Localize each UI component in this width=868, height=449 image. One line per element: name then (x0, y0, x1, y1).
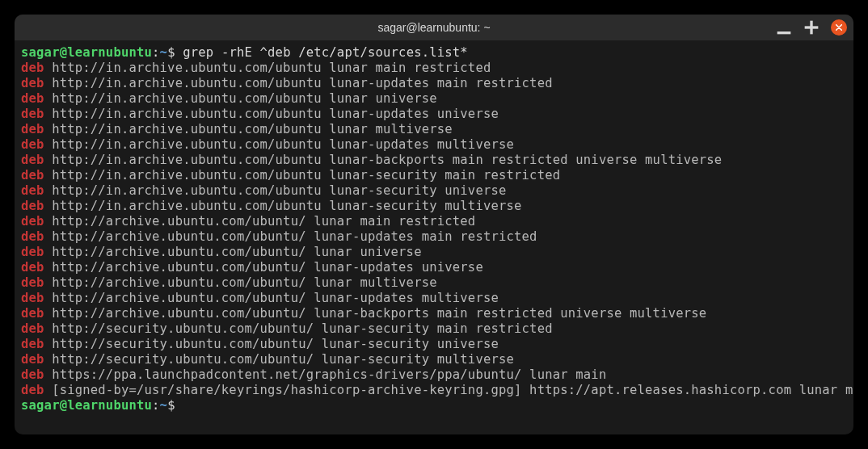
grep-match: deb (21, 137, 44, 152)
output-line: deb http://archive.ubuntu.com/ubuntu/ lu… (21, 306, 847, 321)
output-line: deb http://archive.ubuntu.com/ubuntu/ lu… (21, 275, 847, 291)
output-line: deb http://in.archive.ubuntu.com/ubuntu … (21, 168, 847, 183)
output-line: deb http://in.archive.ubuntu.com/ubuntu … (21, 153, 847, 168)
close-icon (835, 23, 843, 31)
prompt-sep: : (152, 45, 160, 60)
terminal-body[interactable]: sagar@learnubuntu:~$ grep -rhE ^deb /etc… (15, 40, 853, 434)
grep-match: deb (21, 199, 44, 213)
output-text: http://archive.ubuntu.com/ubuntu/ lunar … (44, 245, 422, 259)
grep-match: deb (21, 122, 44, 136)
output-line: deb http://in.archive.ubuntu.com/ubuntu … (21, 122, 847, 137)
grep-match: deb (21, 245, 44, 259)
grep-match: deb (21, 183, 44, 198)
output-line: deb http://security.ubuntu.com/ubuntu/ l… (21, 321, 847, 337)
output-text: http://archive.ubuntu.com/ubuntu/ lunar … (44, 214, 476, 229)
output-text: http://in.archive.ubuntu.com/ubuntu luna… (44, 122, 453, 136)
output-text: http://security.ubuntu.com/ubuntu/ lunar… (44, 352, 514, 367)
output-text: [signed-by=/usr/share/keyrings/hashicorp… (44, 383, 853, 397)
prompt-dollar: $ (167, 398, 183, 413)
prompt-path: ~ (160, 398, 168, 413)
minimize-button[interactable] (776, 19, 792, 36)
output-line: deb [signed-by=/usr/share/keyrings/hashi… (21, 383, 847, 398)
prompt-user-host: sagar@learnubuntu (21, 45, 152, 60)
output-text: http://in.archive.ubuntu.com/ubuntu luna… (44, 168, 561, 183)
output-line: deb http://in.archive.ubuntu.com/ubuntu … (21, 61, 847, 76)
grep-match: deb (21, 153, 44, 167)
maximize-icon (803, 19, 820, 36)
grep-match: deb (21, 321, 44, 336)
output-text: http://in.archive.ubuntu.com/ubuntu luna… (44, 91, 437, 106)
output-line: deb http://archive.ubuntu.com/ubuntu/ lu… (21, 229, 847, 245)
prompt-dollar: $ (167, 45, 183, 60)
output-text: http://archive.ubuntu.com/ubuntu/ lunar-… (44, 306, 707, 321)
grep-match: deb (21, 275, 44, 290)
output-text: http://in.archive.ubuntu.com/ubuntu luna… (44, 183, 507, 198)
output-line: deb http://security.ubuntu.com/ubuntu/ l… (21, 352, 847, 367)
output-line: deb http://in.archive.ubuntu.com/ubuntu … (21, 199, 847, 214)
terminal-window: sagar@learnubuntu: ~ sagar@learnubuntu:~… (15, 15, 853, 434)
output-line: deb http://in.archive.ubuntu.com/ubuntu … (21, 183, 847, 199)
output-line: deb https://ppa.launchpadcontent.net/gra… (21, 367, 847, 383)
output-line: deb http://in.archive.ubuntu.com/ubuntu … (21, 137, 847, 153)
output-line: deb http://archive.ubuntu.com/ubuntu/ lu… (21, 245, 847, 260)
command-text: grep -rhE ^deb /etc/apt/sources.list* (183, 45, 468, 60)
grep-match: deb (21, 91, 44, 106)
grep-match: deb (21, 76, 44, 90)
output-text: http://archive.ubuntu.com/ubuntu/ lunar … (44, 275, 437, 290)
grep-match: deb (21, 214, 44, 229)
prompt-line-2: sagar@learnubuntu:~$ (21, 398, 847, 413)
prompt-user-host: sagar@learnubuntu (21, 398, 152, 413)
output-line: deb http://in.archive.ubuntu.com/ubuntu … (21, 91, 847, 107)
maximize-button[interactable] (803, 19, 820, 36)
output-text: http://in.archive.ubuntu.com/ubuntu luna… (44, 61, 491, 75)
output-text: http://archive.ubuntu.com/ubuntu/ lunar-… (44, 229, 537, 244)
minimize-icon (776, 19, 792, 36)
window-controls (776, 19, 847, 36)
grep-match: deb (21, 107, 44, 121)
output-text: http://in.archive.ubuntu.com/ubuntu luna… (44, 199, 522, 213)
output-text: http://in.archive.ubuntu.com/ubuntu luna… (44, 153, 723, 167)
output-line: deb http://archive.ubuntu.com/ubuntu/ lu… (21, 214, 847, 229)
grep-match: deb (21, 337, 44, 351)
grep-match: deb (21, 306, 44, 321)
grep-match: deb (21, 367, 44, 382)
output-container: deb http://in.archive.ubuntu.com/ubuntu … (21, 61, 847, 398)
output-line: deb http://in.archive.ubuntu.com/ubuntu … (21, 76, 847, 91)
output-text: http://security.ubuntu.com/ubuntu/ lunar… (44, 337, 499, 351)
title-bar: sagar@learnubuntu: ~ (15, 15, 853, 40)
output-line: deb http://archive.ubuntu.com/ubuntu/ lu… (21, 291, 847, 306)
output-text: http://in.archive.ubuntu.com/ubuntu luna… (44, 137, 514, 152)
grep-match: deb (21, 260, 44, 275)
output-text: http://in.archive.ubuntu.com/ubuntu luna… (44, 76, 553, 90)
prompt-path: ~ (160, 45, 168, 60)
output-text: http://archive.ubuntu.com/ubuntu/ lunar-… (44, 291, 499, 305)
output-text: http://in.archive.ubuntu.com/ubuntu luna… (44, 107, 499, 121)
output-line: deb http://archive.ubuntu.com/ubuntu/ lu… (21, 260, 847, 275)
grep-match: deb (21, 383, 44, 397)
svg-rect-0 (777, 31, 791, 34)
prompt-sep: : (152, 398, 160, 413)
output-line: deb http://in.archive.ubuntu.com/ubuntu … (21, 107, 847, 122)
close-button[interactable] (831, 19, 847, 36)
window-title: sagar@learnubuntu: ~ (377, 21, 490, 34)
grep-match: deb (21, 291, 44, 305)
output-line: deb http://security.ubuntu.com/ubuntu/ l… (21, 337, 847, 352)
grep-match: deb (21, 61, 44, 75)
output-text: http://archive.ubuntu.com/ubuntu/ lunar-… (44, 260, 483, 275)
grep-match: deb (21, 168, 44, 183)
output-text: http://security.ubuntu.com/ubuntu/ lunar… (44, 321, 553, 336)
grep-match: deb (21, 352, 44, 367)
grep-match: deb (21, 229, 44, 244)
prompt-line: sagar@learnubuntu:~$ grep -rhE ^deb /etc… (21, 45, 847, 61)
output-text: https://ppa.launchpadcontent.net/graphic… (44, 367, 607, 382)
svg-rect-2 (805, 26, 819, 28)
